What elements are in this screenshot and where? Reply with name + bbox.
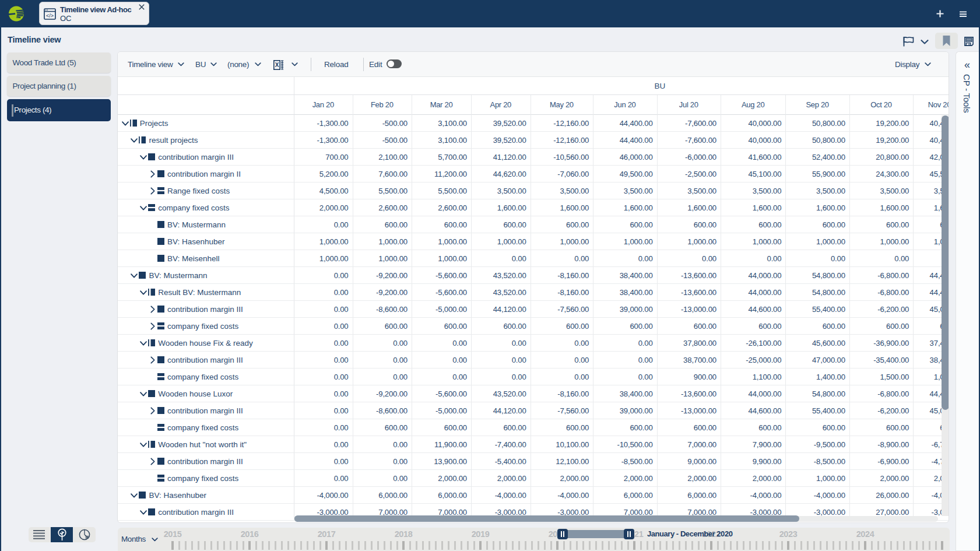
svg-text:X: X <box>275 62 279 68</box>
svg-text:</>: </> <box>46 13 54 19</box>
